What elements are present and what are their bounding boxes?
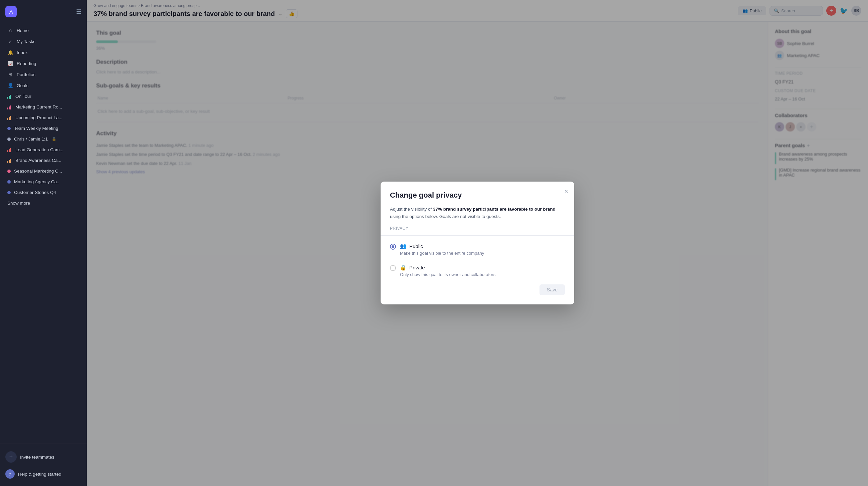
bar-chart-icon [7, 116, 12, 120]
public-option[interactable]: 👥 Public Make this goal visible to the e… [390, 242, 565, 257]
privacy-label: Privacy [390, 226, 565, 231]
sidebar-item-reporting[interactable]: 📈 Reporting [2, 58, 85, 69]
dot-icon [7, 127, 11, 130]
private-option-desc: Only show this goal to its owner and col… [400, 272, 565, 277]
invite-icon: + [5, 451, 17, 463]
dot-icon [7, 137, 11, 141]
lock-icon: 🔒 [52, 137, 56, 141]
main-area: Grow and engage teams › Brand awareness … [87, 0, 868, 486]
private-option-header: 🔒 Private [400, 264, 565, 271]
private-option-label: Private [409, 265, 425, 270]
people-icon: 👥 [400, 243, 407, 249]
privacy-divider [380, 235, 574, 236]
sidebar-item-brand-awareness[interactable]: Brand Awareness Ca... [2, 155, 85, 166]
bar-chart-icon [7, 105, 12, 109]
modal-close-button[interactable]: × [564, 188, 568, 195]
lock-icon: 🔒 [400, 264, 407, 271]
dot-icon [7, 169, 11, 173]
sidebar-bottom: + Invite teammates ? Help & getting star… [0, 444, 87, 486]
sidebar-logo[interactable]: △ [5, 6, 17, 18]
check-icon: ✓ [7, 39, 13, 44]
sidebar-item-customer-stories[interactable]: Customer Stories Q4 [2, 187, 85, 198]
sidebar-item-marketing-agency[interactable]: Marketing Agency Ca... [2, 176, 85, 187]
sidebar-item-on-tour[interactable]: On Tour [2, 91, 85, 101]
sidebar-invite-teammates[interactable]: + Invite teammates [0, 448, 87, 466]
modal-footer: Save [390, 284, 565, 295]
sidebar-nav: ⌂ Home ✓ My Tasks 🔔 Inbox 📈 Reporting ⊞ … [0, 23, 87, 441]
bar-chart-icon [7, 94, 12, 99]
sidebar-toggle[interactable]: ☰ [76, 8, 82, 15]
public-option-label: Public [409, 243, 423, 249]
public-option-content: 👥 Public Make this goal visible to the e… [400, 243, 565, 256]
sidebar-item-marketing-current[interactable]: Marketing Current Ro... [2, 102, 85, 112]
dot-icon [7, 191, 11, 194]
private-option-content: 🔒 Private Only show this goal to its own… [400, 264, 565, 277]
grid-icon: ⊞ [7, 72, 13, 77]
bell-icon: 🔔 [7, 50, 13, 55]
sidebar-item-inbox[interactable]: 🔔 Inbox [2, 47, 85, 58]
help-icon: ? [5, 469, 15, 479]
modal-goal-name: 37% brand survey participants are favora… [433, 206, 556, 212]
sidebar-item-portfolios[interactable]: ⊞ Portfolios [2, 69, 85, 80]
sidebar-item-my-tasks[interactable]: ✓ My Tasks [2, 36, 85, 47]
bar-chart-icon [7, 148, 12, 152]
public-option-header: 👥 Public [400, 243, 565, 249]
sidebar: △ ☰ ⌂ Home ✓ My Tasks 🔔 Inbox 📈 Reportin… [0, 0, 87, 486]
dot-icon [7, 180, 11, 184]
save-button[interactable]: Save [539, 284, 565, 295]
public-option-desc: Make this goal visible to the entire com… [400, 251, 565, 256]
sidebar-item-chris-jamie[interactable]: Chris / Jamie 1:1 🔒 [2, 134, 85, 144]
private-option[interactable]: 🔒 Private Only show this goal to its own… [390, 263, 565, 279]
sidebar-header: △ ☰ [0, 0, 87, 23]
home-icon: ⌂ [7, 28, 13, 33]
change-goal-privacy-modal: Change goal privacy × Adjust the visibil… [380, 182, 574, 304]
sidebar-item-upcoming-product[interactable]: Upcoming Product La... [2, 112, 85, 123]
bar-chart-icon [7, 158, 12, 163]
sidebar-item-lead-generation[interactable]: Lead Generation Cam... [2, 144, 85, 155]
modal-title: Change goal privacy [390, 191, 565, 200]
public-radio[interactable] [390, 244, 396, 250]
modal-overlay[interactable]: Change goal privacy × Adjust the visibil… [87, 0, 868, 486]
private-radio[interactable] [390, 265, 396, 271]
sidebar-item-goals[interactable]: 👤 Goals [2, 80, 85, 91]
modal-description: Adjust the visibility of 37% brand surve… [390, 205, 565, 220]
sidebar-item-seasonal-marketing[interactable]: Seasonal Marketing C... [2, 166, 85, 176]
person-icon: 👤 [7, 83, 13, 88]
sidebar-item-team-weekly[interactable]: Team Weekly Meeting [2, 123, 85, 133]
sidebar-help[interactable]: ? Help & getting started [0, 466, 87, 482]
sidebar-show-more[interactable]: Show more [2, 198, 85, 208]
sidebar-item-home[interactable]: ⌂ Home [2, 25, 85, 36]
chart-icon: 📈 [7, 61, 13, 66]
